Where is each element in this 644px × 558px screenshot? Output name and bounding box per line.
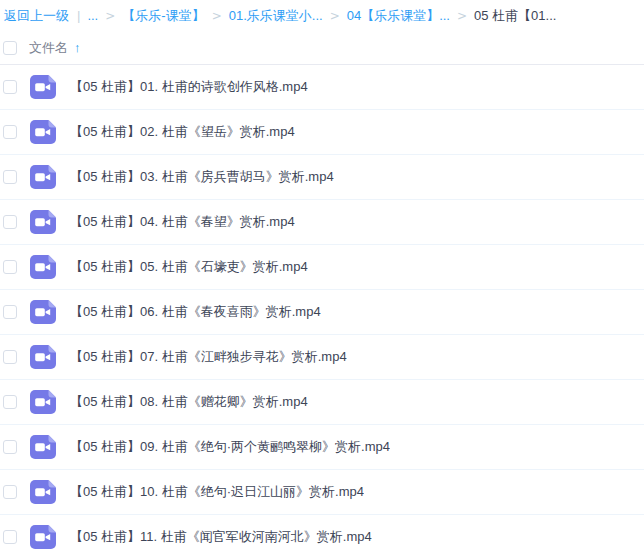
video-file-icon — [30, 165, 56, 189]
file-row[interactable]: 【05 杜甫】02. 杜甫《望岳》赏析.mp4 — [0, 110, 644, 155]
file-name[interactable]: 【05 杜甫】04. 杜甫《春望》赏析.mp4 — [70, 213, 295, 231]
breadcrumb-item[interactable]: 【乐乐-课堂】 — [122, 8, 204, 23]
breadcrumb-item[interactable]: 01.乐乐课堂小... — [229, 8, 323, 23]
row-checkbox[interactable] — [3, 530, 17, 544]
file-row[interactable]: 【05 杜甫】10. 杜甫《绝句·迟日江山丽》赏析.mp4 — [0, 470, 644, 515]
file-browser: 返回上一级|...>【乐乐-课堂】>01.乐乐课堂小...>04【乐乐课堂】..… — [0, 0, 644, 558]
file-name[interactable]: 【05 杜甫】02. 杜甫《望岳》赏析.mp4 — [70, 123, 295, 141]
video-file-icon — [30, 390, 56, 414]
row-checkbox[interactable] — [3, 125, 17, 139]
sort-ascending-icon[interactable]: ↑ — [74, 40, 81, 55]
row-checkbox[interactable] — [3, 80, 17, 94]
breadcrumb-separator: > — [330, 9, 340, 23]
file-row[interactable]: 【05 杜甫】07. 杜甫《江畔独步寻花》赏析.mp4 — [0, 335, 644, 380]
file-list-header: 文件名 ↑ — [0, 31, 644, 65]
file-list: 【05 杜甫】01. 杜甫的诗歌创作风格.mp4 【05 杜甫】02. 杜甫《望… — [0, 65, 644, 558]
file-name[interactable]: 【05 杜甫】11. 杜甫《闻官军收河南河北》赏析.mp4 — [70, 528, 372, 546]
file-row[interactable]: 【05 杜甫】05. 杜甫《石壕吏》赏析.mp4 — [0, 245, 644, 290]
file-row[interactable]: 【05 杜甫】01. 杜甫的诗歌创作风格.mp4 — [0, 65, 644, 110]
video-file-icon — [30, 345, 56, 369]
row-checkbox[interactable] — [3, 350, 17, 364]
breadcrumb-separator: > — [457, 9, 467, 23]
file-row[interactable]: 【05 杜甫】06. 杜甫《春夜喜雨》赏析.mp4 — [0, 290, 644, 335]
file-name[interactable]: 【05 杜甫】06. 杜甫《春夜喜雨》赏析.mp4 — [70, 303, 321, 321]
file-name[interactable]: 【05 杜甫】10. 杜甫《绝句·迟日江山丽》赏析.mp4 — [70, 483, 364, 501]
file-name[interactable]: 【05 杜甫】03. 杜甫《房兵曹胡马》赏析.mp4 — [70, 168, 334, 186]
row-checkbox[interactable] — [3, 440, 17, 454]
file-name[interactable]: 【05 杜甫】05. 杜甫《石壕吏》赏析.mp4 — [70, 258, 308, 276]
video-file-icon — [30, 120, 56, 144]
row-checkbox[interactable] — [3, 485, 17, 499]
row-checkbox[interactable] — [3, 215, 17, 229]
file-name[interactable]: 【05 杜甫】08. 杜甫《赠花卿》赏析.mp4 — [70, 393, 308, 411]
file-row[interactable]: 【05 杜甫】04. 杜甫《春望》赏析.mp4 — [0, 200, 644, 245]
row-checkbox[interactable] — [3, 170, 17, 184]
video-file-icon — [30, 210, 56, 234]
video-file-icon — [30, 480, 56, 504]
file-row[interactable]: 【05 杜甫】11. 杜甫《闻官军收河南河北》赏析.mp4 — [0, 515, 644, 558]
row-checkbox[interactable] — [3, 260, 17, 274]
select-all-checkbox[interactable] — [3, 41, 17, 55]
file-name[interactable]: 【05 杜甫】09. 杜甫《绝句·两个黄鹂鸣翠柳》赏析.mp4 — [70, 438, 390, 456]
file-name[interactable]: 【05 杜甫】01. 杜甫的诗歌创作风格.mp4 — [70, 78, 308, 96]
breadcrumb-item[interactable]: ... — [87, 8, 98, 23]
video-file-icon — [30, 255, 56, 279]
file-row[interactable]: 【05 杜甫】08. 杜甫《赠花卿》赏析.mp4 — [0, 380, 644, 425]
back-to-parent-link[interactable]: 返回上一级 — [4, 8, 69, 23]
file-row[interactable]: 【05 杜甫】03. 杜甫《房兵曹胡马》赏析.mp4 — [0, 155, 644, 200]
breadcrumb: 返回上一级|...>【乐乐-课堂】>01.乐乐课堂小...>04【乐乐课堂】..… — [0, 0, 644, 31]
file-name[interactable]: 【05 杜甫】07. 杜甫《江畔独步寻花》赏析.mp4 — [70, 348, 347, 366]
breadcrumb-pipe-divider: | — [77, 8, 80, 23]
breadcrumb-item[interactable]: 04【乐乐课堂】... — [347, 8, 450, 23]
breadcrumb-separator: > — [105, 9, 115, 23]
breadcrumb-separator: > — [212, 9, 222, 23]
breadcrumb-items: ...>【乐乐-课堂】>01.乐乐课堂小...>04【乐乐课堂】...>05 杜… — [87, 8, 556, 23]
video-file-icon — [30, 300, 56, 324]
filename-column-header[interactable]: 文件名 — [29, 39, 68, 57]
video-file-icon — [30, 525, 56, 549]
file-row[interactable]: 【05 杜甫】09. 杜甫《绝句·两个黄鹂鸣翠柳》赏析.mp4 — [0, 425, 644, 470]
breadcrumb-item-current: 05 杜甫【01... — [474, 8, 556, 23]
row-checkbox[interactable] — [3, 395, 17, 409]
video-file-icon — [30, 75, 56, 99]
video-file-icon — [30, 435, 56, 459]
row-checkbox[interactable] — [3, 305, 17, 319]
